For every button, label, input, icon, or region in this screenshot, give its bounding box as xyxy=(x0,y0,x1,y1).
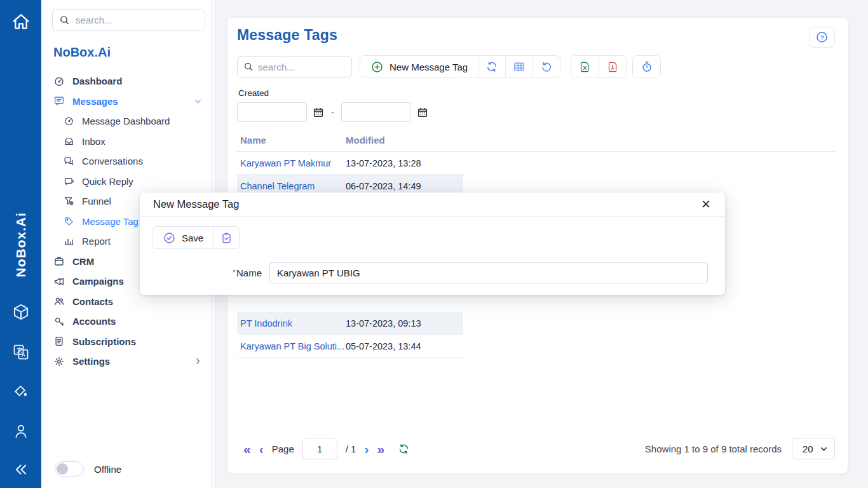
settings-icon xyxy=(53,356,65,367)
page-title: Message Tags xyxy=(237,27,337,44)
ink-drop-icon[interactable] xyxy=(12,383,30,400)
offline-toggle[interactable] xyxy=(55,461,84,477)
calendar-icon[interactable] xyxy=(417,107,428,118)
translate-icon[interactable]: 文 A xyxy=(12,343,30,361)
previous-page-icon[interactable]: ‹ xyxy=(259,442,264,456)
sidebar-item-messages[interactable]: Messages xyxy=(52,92,205,112)
funnel-icon xyxy=(64,196,74,207)
offline-label: Offline xyxy=(94,464,121,475)
refresh-table-icon[interactable] xyxy=(398,443,410,455)
reset-button[interactable] xyxy=(532,56,560,78)
tag-name-link[interactable]: Karyawan PT Big Soluti... xyxy=(237,341,346,351)
sidebar-item-label: Messages xyxy=(72,96,118,107)
cube-icon[interactable] xyxy=(11,302,31,322)
sidebar-item-settings[interactable]: Settings xyxy=(52,351,205,372)
toolbar: New Message Tag xyxy=(237,55,835,78)
history-button[interactable] xyxy=(633,56,660,78)
chevron-down-icon[interactable] xyxy=(193,97,203,106)
subscriptions-icon xyxy=(53,336,65,347)
table-row[interactable]: PT Indodrink 13-07-2023, 09:13 xyxy=(237,312,463,335)
help-button[interactable]: ? xyxy=(809,27,835,48)
sidebar-item-label: Subscriptions xyxy=(72,336,136,347)
required-marker: * xyxy=(233,268,236,277)
export-pdf-button[interactable] xyxy=(599,56,626,78)
save-and-close-button[interactable] xyxy=(213,227,239,248)
created-to-input[interactable] xyxy=(341,102,411,122)
sidebar-item-dashboard[interactable]: Dashboard xyxy=(52,71,205,92)
table-search-input[interactable] xyxy=(237,56,352,78)
collapse-icon[interactable] xyxy=(13,461,29,478)
page-size-select[interactable]: 20 xyxy=(792,438,835,459)
page-size-value: 20 xyxy=(803,444,813,454)
new-message-tag-button[interactable]: New Message Tag xyxy=(360,56,478,78)
plus-circle-icon xyxy=(370,60,384,74)
sidebar-item-quick-reply[interactable]: Quick Reply xyxy=(52,172,205,192)
sidebar-search-input[interactable] xyxy=(52,9,205,31)
dashboard-icon xyxy=(53,76,65,87)
total-pages-label: / 1 xyxy=(346,444,356,454)
tag-name-link[interactable]: PT Indodrink xyxy=(237,318,346,329)
created-from-input[interactable] xyxy=(237,102,307,122)
sidebar-item-label: Message Tag xyxy=(82,216,139,227)
sidebar-item-subscriptions[interactable]: Subscriptions xyxy=(52,332,205,352)
clipboard-check-icon xyxy=(220,232,233,244)
tag-modified: 06-07-2023, 14:49 xyxy=(346,181,421,191)
svg-text:A: A xyxy=(21,351,25,358)
page-number-input[interactable] xyxy=(302,438,337,459)
home-icon[interactable] xyxy=(11,11,31,32)
created-filter-label: Created xyxy=(237,88,835,98)
columns-button[interactable] xyxy=(505,56,532,78)
calendar-icon[interactable] xyxy=(313,107,324,118)
tag-name-link[interactable]: Channel Telegram xyxy=(237,181,346,191)
first-page-icon[interactable]: « xyxy=(243,442,251,456)
table-row[interactable]: Karyawan PT Makmur 13-07-2023, 13:28 xyxy=(237,152,463,175)
check-circle-icon xyxy=(163,231,176,245)
contacts-icon xyxy=(53,295,65,307)
table-row[interactable]: Karyawan PT Big Soluti... 05-07-2023, 13… xyxy=(237,335,463,358)
table-header: Name Modified xyxy=(237,135,835,152)
tag-modified: 05-07-2023, 13:44 xyxy=(346,341,421,351)
column-header-modified[interactable]: Modified xyxy=(346,135,385,146)
pagination-bar: « ‹ Page / 1 › » Showing 1 to 9 of 9 tot… xyxy=(237,438,835,466)
sidebar-item-label: Message Dashboard xyxy=(82,116,170,126)
table-icon xyxy=(513,60,526,73)
new-message-tag-modal: New Message Tag ✕ Save *Name xyxy=(140,193,725,295)
close-icon[interactable]: ✕ xyxy=(701,198,711,210)
excel-icon xyxy=(579,61,591,73)
undo-icon xyxy=(540,60,553,73)
sidebar-item-message-dashboard[interactable]: Message Dashboard xyxy=(52,111,205,132)
sidebar-item-label: Settings xyxy=(72,356,110,367)
chevron-down-icon xyxy=(820,445,828,453)
sidebar-item-label: Inbox xyxy=(82,136,105,147)
sidebar-item-label: CRM xyxy=(72,256,94,267)
inbox-icon xyxy=(64,136,74,147)
refresh-button[interactable] xyxy=(478,56,505,78)
sidebar-item-label: Accounts xyxy=(72,316,116,327)
accounts-icon xyxy=(53,316,65,327)
sidebar-item-label: Contacts xyxy=(72,296,113,307)
tag-icon xyxy=(64,216,74,227)
tag-name-input[interactable] xyxy=(269,262,708,283)
quick-reply-icon xyxy=(64,176,74,187)
export-excel-button[interactable] xyxy=(571,56,599,78)
save-button[interactable]: Save xyxy=(153,227,213,248)
toggle-knob xyxy=(57,463,68,475)
sidebar-item-accounts[interactable]: Accounts xyxy=(52,311,205,332)
last-page-icon[interactable]: » xyxy=(377,442,384,456)
next-page-icon[interactable]: › xyxy=(364,442,369,456)
rail-brand-vertical: NoBox.Ai xyxy=(13,212,29,278)
tag-name-link[interactable]: Karyawan PT Makmur xyxy=(237,158,346,168)
question-circle-icon: ? xyxy=(815,30,829,44)
sidebar-item-inbox[interactable]: Inbox xyxy=(52,132,205,152)
user-icon[interactable] xyxy=(12,422,30,440)
chevron-right-icon[interactable] xyxy=(193,356,203,366)
column-header-name[interactable]: Name xyxy=(237,135,346,146)
refresh-icon xyxy=(485,60,498,73)
modal-title: New Message Tag xyxy=(153,198,239,210)
messages-icon xyxy=(53,95,65,107)
sidebar-item-label: Dashboard xyxy=(72,76,122,86)
tag-modified: 13-07-2023, 13:28 xyxy=(346,158,421,168)
name-field-label: *Name xyxy=(153,268,262,278)
date-range-separator: - xyxy=(331,107,334,118)
sidebar-item-conversations[interactable]: Conversations xyxy=(52,151,205,172)
